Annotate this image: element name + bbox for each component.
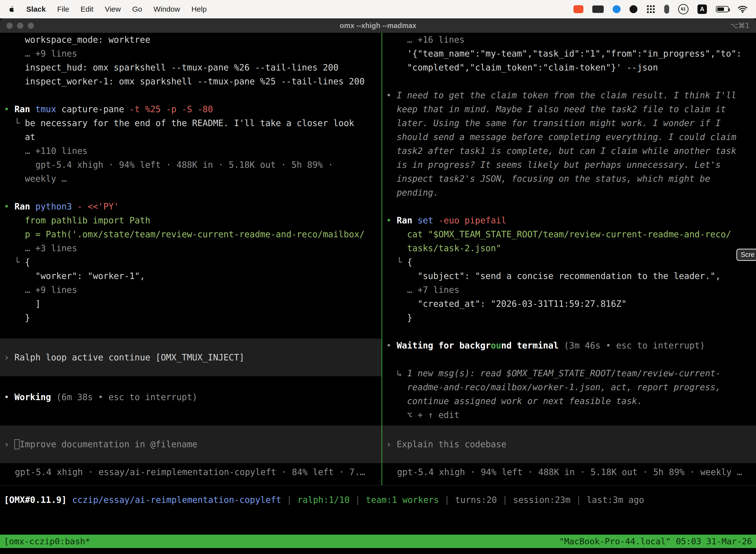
terminal-line: • Working (6m 38s • esc to interrupt) [0,390,381,404]
right-prompt-area[interactable]: › Explain this codebase [382,426,756,463]
menu-item-help[interactable]: Help [191,5,207,13]
separator: | [355,493,360,507]
terminal-line: '{"team_name":"my-team","task_id":"1","f… [382,47,756,61]
terminal-line: is in progress? It seems likely but perh… [382,158,756,172]
tmux-status-bar: [omx-cczip0:bash* "MacBook-Pro-44.local"… [0,535,756,548]
close-button[interactable] [6,22,13,29]
menu-item-go[interactable]: Go [132,5,142,13]
tmux-session-name[interactable]: [omx-cczip0:bash* [4,536,90,546]
macos-menu-bar: Slack File Edit View Go Window Help 61 A [0,0,756,18]
session-duration: session:23m [513,493,570,507]
menu-status-icons: 61 A [573,4,748,14]
bottom-strip [0,548,756,554]
menu-item-window[interactable]: Window [153,5,180,13]
terminal-line: task2 after task1 is complete, but can I… [382,144,756,158]
terminal-line: from pathlib import Path [0,214,381,227]
battery-percent-icon[interactable]: 61 [678,4,689,14]
window-title: omx --xhigh --madmax [339,21,416,30]
terminal-line: inspect_hud: omx sparkshell --tmux-pane … [0,61,381,74]
terminal-line: continue assigned work or next feasible … [382,394,756,408]
terminal-line: at [0,130,381,144]
terminal-line: } [382,311,756,325]
terminal-line: inspect task2's JSON, focusing on the st… [382,172,756,186]
terminal-line: └ { [0,255,381,269]
terminal-line [382,74,756,88]
turns-counter: turns:20 [455,493,497,507]
menu-item-view[interactable]: View [105,5,121,13]
apple-menu-icon[interactable] [8,5,15,13]
menu-item-edit[interactable]: Edit [81,5,93,13]
terminal-line [382,200,756,214]
dark-circle-icon[interactable] [630,5,637,13]
zoom-button[interactable] [28,22,34,29]
left-prompt-area[interactable]: › Improve documentation in @filename [0,426,381,463]
terminal-line: keep that in mind. Maybe I also need the… [382,102,756,116]
terminal-line [0,325,381,339]
terminal-line [0,88,381,102]
last-activity: last:3m ago [586,493,644,507]
terminal-line: cat "$OMX_TEAM_STATE_ROOT/team/review-cu… [382,227,756,241]
left-pane-spacer [0,404,381,426]
prompt-input[interactable]: › Explain this codebase [382,426,756,463]
terminal-line: … +3 lines [0,241,381,255]
right-pane-spacer [382,422,756,426]
screen-recording-icon[interactable] [573,5,583,13]
terminal-line: p = Path('.omx/state/team/review-current… [0,227,381,241]
input-source-icon[interactable]: A [697,4,707,14]
droplet-icon[interactable] [613,5,621,13]
menu-item-file[interactable]: File [57,5,69,13]
terminal-line: ⌥ + ↑ edit [382,408,756,422]
terminal-line: inspect_worker-1: omx sparkshell --tmux-… [0,74,381,88]
menu-app-name[interactable]: Slack [26,5,46,13]
right-pane-statusline: gpt-5.4 xhigh · 94% left · 488K in · 5.1… [382,465,756,479]
omx-hud-line: [OMX#0.11.9] cczip/essay/ai-reimplementa… [4,493,752,507]
keyboard-icon[interactable] [592,5,604,13]
tmux-pane-right[interactable]: … +16 lines '{"team_name":"my-team","tas… [382,33,756,485]
ralph-counter: ralph:1/10 [297,493,350,507]
prompt-input[interactable]: › Improve documentation in @filename [0,426,381,463]
terminal-line: weekly … [0,172,381,186]
battery-icon[interactable] [716,6,729,12]
terminal-line [382,352,756,366]
terminal-line: "subject": "send a concise recommendatio… [382,269,756,283]
window-shortcut-hint: ⌥⌘1 [730,21,750,30]
omx-session-path: cczip/essay/ai-reimplementation-copyleft [72,493,281,507]
terminal-line: • Waiting for background terminal (3m 46… [382,339,756,352]
terminal-line: • I need to get the claim token from the… [382,88,756,102]
tmux-pane-left[interactable]: workspace_mode: worktree … +9 lines insp… [0,33,382,485]
terminal-line: … +7 lines [382,283,756,297]
terminal-line: pending. [382,186,756,200]
terminal-line: • Ran tmux capture-pane -t %25 -p -S -80 [0,102,381,116]
terminal-line [0,186,381,200]
screenshot-tooltip[interactable]: Scre [737,249,756,261]
terminal-line: "completed","claim_token":"claim-token"}… [382,61,756,74]
terminal-line: ↳ 1 new msg(s): read $OMX_TEAM_STATE_ROO… [382,366,756,380]
terminal-line: └ be necessary for the end of the README… [0,116,381,130]
terminal-line: └ { [382,255,756,269]
minimize-button[interactable] [17,22,23,29]
key-icon[interactable] [664,5,669,14]
terminal-line: } [0,311,381,325]
terminal-line [382,325,756,339]
terminal-line: readme-and-reco/mailbox/worker-1.json, a… [382,380,756,394]
battery-nub [729,8,730,11]
terminal-line: later. Using the same for transition mig… [382,116,756,130]
inject-banner: › Ralph loop active continue [OMX_TMUX_I… [0,339,381,376]
terminal-line [0,376,381,390]
left-pane-output: workspace_mode: worktree … +9 lines insp… [0,33,381,404]
terminal-line: • Ran set -euo pipefail [382,214,756,227]
dots-grid-icon[interactable] [646,5,655,14]
terminal-line: … +16 lines [382,33,756,47]
terminal-line: … +9 lines [0,283,381,297]
separator: | [502,493,507,507]
omx-version: [OMX#0.11.9] [4,493,67,507]
omx-hud-bar: [OMX#0.11.9] cczip/essay/ai-reimplementa… [0,485,756,535]
terminal-line: "worker": "worker-1", [0,269,381,283]
terminal-line: workspace_mode: worktree [0,33,381,47]
tmux-host-clock: "MacBook-Pro-44.local" 05:03 31-Mar-26 [559,536,752,546]
wifi-icon[interactable] [738,5,748,13]
team-workers: team:1 workers [366,493,439,507]
right-pane-output: … +16 lines '{"team_name":"my-team","tas… [382,33,756,422]
window-title-bar[interactable]: omx --xhigh --madmax ⌥⌘1 [0,18,756,33]
separator: | [444,493,450,507]
